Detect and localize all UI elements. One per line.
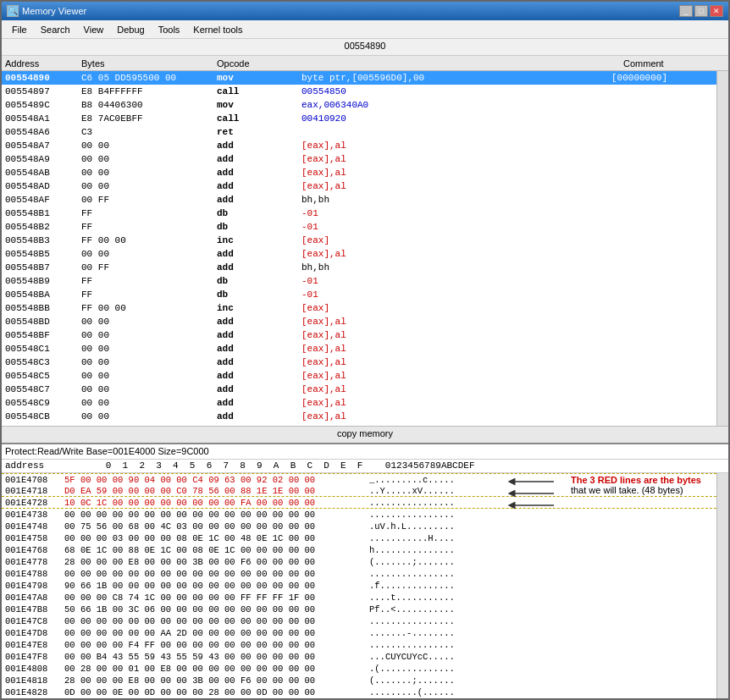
hex-row-addr: 001E4718	[5, 486, 64, 496]
hex-row[interactable]: 001E4738 00 00 00 00 00 00 00 00 00 00 0…	[2, 509, 716, 521]
hex-row-bytes: 00 00 00 00 00 00 00 00 00 00 00 00 00 0…	[64, 510, 369, 520]
disasm-addr: 005548BB	[5, 303, 81, 313]
disasm-addr: 005548A7	[5, 141, 81, 151]
disasm-row[interactable]: 005548AF00 FFaddbh,bh	[2, 193, 716, 207]
disasm-row[interactable]: 00554897E8 B4FFFFFFcall00554850	[2, 85, 716, 98]
hex-row[interactable]: 001E4788 00 00 00 00 00 00 00 00 00 00 0…	[2, 568, 716, 580]
menu-bar: File Search View Debug Tools Kernel tool…	[2, 20, 728, 39]
disasm-operand: [eax],al	[301, 168, 611, 178]
hex-row[interactable]: 001E47B8 50 66 1B 00 3C 06 00 00 00 00 0…	[2, 604, 716, 615]
menu-view[interactable]: View	[77, 23, 111, 36]
hex-row[interactable]: 001E4818 28 00 00 00 E8 00 00 00 3B 00 0…	[2, 675, 716, 686]
disasm-addr: 005548BD	[5, 317, 81, 327]
hex-row[interactable]: 001E4748 00 75 56 00 68 00 4C 03 00 00 0…	[2, 521, 716, 532]
disasm-row[interactable]: 005548A6C3ret	[2, 125, 716, 139]
disasm-addr: 005548CB	[5, 411, 81, 422]
hex-row-ascii: .f..............	[369, 581, 471, 591]
hex-row[interactable]: 001E4798 90 66 1B 00 00 00 00 00 00 00 0…	[2, 580, 716, 592]
disasm-row[interactable]: 005548BD00 00add[eax],al	[2, 315, 716, 328]
disasm-row[interactable]: 005548B1FFdb-01	[2, 207, 716, 220]
disasm-row[interactable]: 005548A1E8 7AC0EBFFcall00410920	[2, 112, 716, 125]
hex-row-addr: 001E4828	[5, 687, 64, 697]
hex-row-bytes: D0 EA 59 00 00 00 00 C0 78 56 00 88 1E 1…	[64, 486, 369, 496]
disasm-row[interactable]: 005548AB00 00add[eax],al	[2, 166, 716, 179]
disasm-row[interactable]: 005548C300 00add[eax],al	[2, 356, 716, 369]
hex-row-ascii: ....t...........	[369, 593, 471, 603]
hex-row[interactable]: 001E47C8 00 00 00 00 00 00 00 00 00 00 0…	[2, 615, 716, 627]
hex-row-bytes: 10 0C 1C 00 00 00 00 00 00 00 00 FA 00 0…	[64, 498, 369, 508]
hex-row[interactable]: 001E4768 68 0E 1C 00 88 0E 1C 00 08 0E 1…	[2, 544, 716, 556]
disasm-bytes: B8 04406300	[81, 100, 217, 110]
maximize-button[interactable]: □	[694, 5, 708, 17]
hex-row[interactable]: 001E4728 10 0C 1C 00 00 00 00 00 00 00 0…	[2, 497, 716, 509]
hex-row[interactable]: 001E47E8 00 00 00 00 F4 FF 00 00 00 00 0…	[2, 639, 716, 651]
disasm-operand: -01	[301, 276, 611, 286]
disasm-addr: 005548B5	[5, 249, 81, 259]
hex-row[interactable]: 001E47A8 00 00 00 C8 74 1C 00 00 00 00 0…	[2, 592, 716, 604]
hex-body[interactable]: The 3 RED lines are the bytes that we wi…	[2, 473, 716, 698]
disasm-row[interactable]: 005548BBFF 00 00inc[eax]	[2, 301, 716, 315]
disasm-bytes: C3	[81, 127, 217, 137]
disasm-bytes: FF 00 00	[81, 303, 217, 313]
hex-row[interactable]: 001E4828 0D 00 00 0E 00 0D 00 00 00 28 0…	[2, 686, 716, 698]
disasm-addr: 0055489C	[5, 100, 81, 110]
disasm-scrollbar[interactable]	[716, 71, 728, 426]
disasm-body[interactable]: 00554890C6 05 DD595500 00movbyte ptr,[00…	[2, 71, 716, 426]
disasm-opcode: ret	[217, 127, 301, 137]
title-buttons: _ □ ✕	[679, 5, 723, 17]
disasm-row[interactable]: 005548BF00 00add[eax],al	[2, 328, 716, 342]
hex-row-bytes: 00 75 56 00 68 00 4C 03 00 00 00 00 00 0…	[64, 521, 369, 532]
disasm-opcode: add	[217, 141, 301, 151]
disasm-row[interactable]: 0055489CB8 04406300moveax,006340A0	[2, 98, 716, 112]
hex-row[interactable]: 001E4808 00 28 00 00 01 00 E8 00 00 00 0…	[2, 663, 716, 675]
disasm-row[interactable]: 005548AD00 00add[eax],al	[2, 179, 716, 193]
hex-row-addr: 001E47F8	[5, 652, 64, 662]
hex-row-addr: 001E4708	[5, 475, 64, 485]
disasm-bytes: 00 00	[81, 344, 217, 354]
disasm-bytes: FF	[81, 222, 217, 232]
disasm-row[interactable]: 005548BAFFdb-01	[2, 288, 716, 301]
disasm-row[interactable]: 005548B700 FFaddbh,bh	[2, 261, 716, 274]
disasm-addr: 005548AB	[5, 168, 81, 178]
hex-row[interactable]: 001E47D8 00 00 00 00 00 00 AA 2D 00 00 0…	[2, 627, 716, 639]
menu-kernel-tools[interactable]: Kernel tools	[186, 23, 249, 36]
disasm-bytes: 00 00	[81, 357, 217, 367]
disasm-row[interactable]: 00554890C6 05 DD595500 00movbyte ptr,[00…	[2, 71, 716, 85]
disasm-row[interactable]: 005548B2FFdb-01	[2, 220, 716, 234]
minimize-button[interactable]: _	[679, 5, 693, 17]
hex-row[interactable]: 001E47F8 00 00 B4 43 55 59 43 55 59 43 0…	[2, 651, 716, 663]
disasm-row[interactable]: 005548B500 00add[eax],al	[2, 247, 716, 261]
col-address: Address	[5, 58, 81, 69]
disasm-row[interactable]: 005548A900 00add[eax],al	[2, 152, 716, 166]
disasm-row[interactable]: 005548C900 00add[eax],al	[2, 396, 716, 410]
disasm-addr: 00554890	[5, 73, 81, 83]
menu-debug[interactable]: Debug	[110, 23, 151, 36]
menu-file[interactable]: File	[5, 23, 34, 36]
hex-row-addr: 001E4808	[5, 664, 64, 674]
hex-row-bytes: 5F 00 00 00 90 04 00 00 C4 09 63 00 92 0…	[64, 475, 369, 485]
menu-search[interactable]: Search	[34, 23, 77, 36]
hex-scrollbar[interactable]	[716, 473, 728, 698]
hex-row[interactable]: 001E4778 28 00 00 00 E8 00 00 00 3B 00 0…	[2, 556, 716, 568]
disasm-row[interactable]: 005548C500 00add[eax],al	[2, 369, 716, 383]
disasm-addr: 005548C7	[5, 384, 81, 394]
hex-row-ascii: ................	[369, 498, 471, 508]
hex-row-ascii: (.......;.......	[369, 675, 471, 686]
hex-row-addr: 001E4728	[5, 498, 64, 508]
disasm-header: Address Bytes Opcode Comment	[2, 56, 728, 71]
disasm-row[interactable]: 005548C100 00add[eax],al	[2, 342, 716, 356]
close-button[interactable]: ✕	[710, 5, 723, 17]
hex-row-addr: 001E4758	[5, 533, 64, 543]
disasm-row[interactable]: 005548C700 00add[eax],al	[2, 383, 716, 396]
hex-row-addr: 001E4768	[5, 545, 64, 555]
disasm-row[interactable]: 005548B9FFdb-01	[2, 274, 716, 288]
menu-tools[interactable]: Tools	[152, 23, 187, 36]
disasm-bytes: 00 00	[81, 411, 217, 422]
disasm-row[interactable]: 005548CB00 00add[eax],al	[2, 410, 716, 423]
disasm-bytes: 00 00	[81, 330, 217, 340]
hex-row[interactable]: 001E4758 00 00 00 03 00 00 00 08 0E 1C 0…	[2, 532, 716, 544]
disasm-addr: 005548B1	[5, 208, 81, 218]
disasm-row[interactable]: 005548A700 00add[eax],al	[2, 139, 716, 152]
disasm-row[interactable]: 005548B3FF 00 00inc[eax]	[2, 234, 716, 247]
disasm-opcode: call	[217, 113, 301, 124]
